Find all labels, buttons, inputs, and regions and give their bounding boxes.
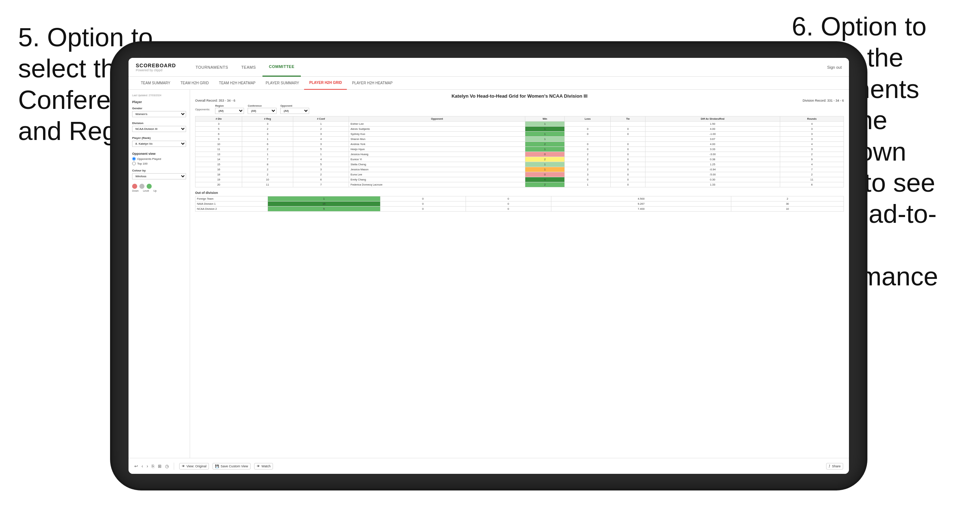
filter-row: Opponents: Region (All) Conference (All) <box>195 105 844 114</box>
sub-nav-player-h2h-grid[interactable]: PLAYER H2H GRID <box>304 77 347 90</box>
opponent-filter-group: Opponent (All) <box>280 105 309 114</box>
opponent-radio-top100[interactable]: Top 100 <box>132 162 186 165</box>
conference-filter-select[interactable]: (All) <box>248 108 277 114</box>
left-sidebar: Last Updated: 27/03/2024 Player Gender W… <box>129 90 190 458</box>
table-row: 14 7 4 Eunice Yi 2 2 0 0.38 9 <box>196 157 844 162</box>
tablet-screen: SCOREBOARD Powered by clippd TOURNAMENTS… <box>129 58 849 474</box>
colour-by-select[interactable]: Win/loss <box>132 173 186 179</box>
save-custom-view-label: Save Custom View <box>221 464 248 468</box>
sub-nav-team-summary[interactable]: TEAM SUMMARY <box>136 77 176 90</box>
main-data-table: # Div # Reg # Conf Opponent Win Loss Tie… <box>195 116 844 187</box>
overall-record: Overall Record: 353 - 34 - 6 <box>195 99 235 102</box>
gender-label: Gender <box>132 107 186 110</box>
conference-filter-group: Conference (All) <box>248 105 277 114</box>
sub-nav-player-summary[interactable]: PLAYER SUMMARY <box>261 77 304 90</box>
th-conf: # Conf <box>293 116 348 122</box>
region-filter-group: Region (All) <box>215 105 244 114</box>
copy-icon[interactable]: ⎘ <box>152 464 154 469</box>
grid-area: Katelyn Vo Head-to-Head Grid for Women's… <box>190 90 849 458</box>
table-row: NAIA Division 1 15 0 0 9.267 30 <box>196 202 844 206</box>
paste-icon[interactable]: ⊞ <box>158 464 161 469</box>
view-original-label: View: Original <box>186 464 206 468</box>
watch-label: Watch <box>261 464 270 468</box>
opponents-prefix: Opponents: <box>195 108 210 111</box>
conference-filter-label: Conference <box>248 105 277 107</box>
colour-by-label: Colour by <box>132 169 186 172</box>
last-updated: Last Updated: 27/03/2024 <box>132 94 186 97</box>
app-logo-sub: Powered by clippd <box>136 68 178 72</box>
division-select[interactable]: NCAA Division III <box>132 126 186 132</box>
th-reg: # Reg <box>242 116 293 122</box>
opponent-filter-select[interactable]: (All) <box>280 108 309 114</box>
table-row: 9 1 4 Sharon Mun 1 3.67 3 <box>196 137 844 142</box>
sign-out-button[interactable]: Sign out <box>827 65 842 70</box>
opponent-radio-played[interactable]: Opponents Played <box>132 157 186 160</box>
view-original-button[interactable]: 👁 View: Original <box>179 463 209 470</box>
legend-dots <box>132 184 186 189</box>
save-custom-view-button[interactable]: 💾 Save Custom View <box>213 463 251 470</box>
table-row: 19 10 6 Emily Chang 4 0 0 0.30 11 <box>196 177 844 182</box>
th-opponent: Opponent <box>349 116 525 122</box>
legend-down: Down <box>132 189 138 192</box>
nav-committee[interactable]: COMMITTEE <box>262 58 301 77</box>
main-content: Last Updated: 27/03/2024 Player Gender W… <box>129 90 849 458</box>
opponent-view-label: Opponent view <box>132 152 186 156</box>
table-row: 13 1 1 Jessica Huang 0 2 0 -3.00 2 <box>196 152 844 157</box>
bottom-toolbar: ↩ ‹ › ⎘ ⊞ ◷ 👁 View: Original 💾 Save Cust… <box>129 458 849 474</box>
table-row: NCAA Division 2 5 0 0 7.400 10 <box>196 206 844 211</box>
table-row: 10 6 3 Andrea York 2 0 0 4.00 4 <box>196 142 844 147</box>
sub-nav-team-h2h-grid[interactable]: TEAM H2H GRID <box>176 77 214 90</box>
out-of-division-table: Foreign Team 1 0 0 4.500 2 NAIA Division… <box>195 196 844 211</box>
logo-block: SCOREBOARD Powered by clippd <box>136 63 178 72</box>
app-logo: SCOREBOARD <box>136 63 176 68</box>
th-div: # Div <box>196 116 242 122</box>
division-label: Division <box>132 122 186 125</box>
legend-level: Level <box>143 189 149 192</box>
table-row: 5 2 2 Alexis Sudijanto 1 0 0 4.00 3 <box>196 127 844 132</box>
grid-title: Katelyn Vo Head-to-Head Grid for Women's… <box>195 93 844 99</box>
undo-icon[interactable]: ↩ <box>134 464 138 469</box>
sub-navbar: TEAM SUMMARY TEAM H2H GRID TEAM H2H HEAT… <box>129 77 849 90</box>
toolbar-divider <box>174 463 174 470</box>
share-button[interactable]: ⤴ Share <box>826 463 843 470</box>
table-row: 3 3 1 Esther Lee 1 1.50 4 <box>196 122 844 127</box>
app-navbar: SCOREBOARD Powered by clippd TOURNAMENTS… <box>129 58 849 77</box>
table-row: 6 3 3 Sydney Kuo 1 0 0 -1.00 3 <box>196 132 844 137</box>
out-of-division-header: Out of division <box>195 191 844 195</box>
th-win: Win <box>525 116 565 122</box>
share-icon: ⤴ <box>829 464 830 468</box>
table-row: Foreign Team 1 0 0 4.500 2 <box>196 197 844 202</box>
legend-dot-down <box>132 184 137 189</box>
table-row: 11 2 5 Heejo Hyun 1 0 0 3.33 3 <box>196 147 844 152</box>
nav-tournaments[interactable]: TOURNAMENTS <box>189 58 235 77</box>
time-icon[interactable]: ◷ <box>165 464 169 469</box>
table-row: 18 2 2 Euna Lee 0 3 0 -5.00 2 <box>196 172 844 177</box>
eye-icon: 👁 <box>182 464 185 468</box>
gender-select[interactable]: Women's <box>132 111 186 117</box>
watch-button[interactable]: 👁 Watch <box>254 463 273 470</box>
player-rank-select[interactable]: 8. Katelyn Vo <box>132 141 186 147</box>
th-tie: Tie <box>611 116 645 122</box>
player-rank-label: Player (Rank) <box>132 137 186 140</box>
legend-up: Up <box>153 189 157 192</box>
legend-labels: Down Level Up <box>132 189 186 192</box>
sub-nav-player-h2h-heatmap[interactable]: PLAYER H2H HEATMAP <box>347 77 398 90</box>
share-label: Share <box>832 464 841 468</box>
region-filter-label: Region <box>215 105 244 107</box>
sidebar-player-label: Player <box>132 100 186 104</box>
tablet-shell: SCOREBOARD Powered by clippd TOURNAMENTS… <box>112 43 865 488</box>
back-icon[interactable]: ‹ <box>142 464 143 469</box>
legend-dot-level <box>139 184 145 189</box>
legend-dot-up <box>146 184 152 189</box>
opponent-filter-label: Opponent <box>280 105 309 107</box>
forward-icon[interactable]: › <box>146 464 148 469</box>
th-loss: Loss <box>565 116 611 122</box>
th-rounds: Rounds <box>780 116 844 122</box>
region-filter-select[interactable]: (All) <box>215 108 244 114</box>
save-icon: 💾 <box>215 464 219 468</box>
nav-teams[interactable]: TEAMS <box>235 58 262 77</box>
table-row: 15 8 5 Stella Cheng 1 0 0 1.25 4 <box>196 162 844 167</box>
sub-nav-team-h2h-heatmap[interactable]: TEAM H2H HEATMAP <box>214 77 261 90</box>
division-record: Division Record: 331 - 34 - 6 <box>803 99 844 102</box>
th-diff: Diff Av Strokes/Rnd <box>645 116 780 122</box>
